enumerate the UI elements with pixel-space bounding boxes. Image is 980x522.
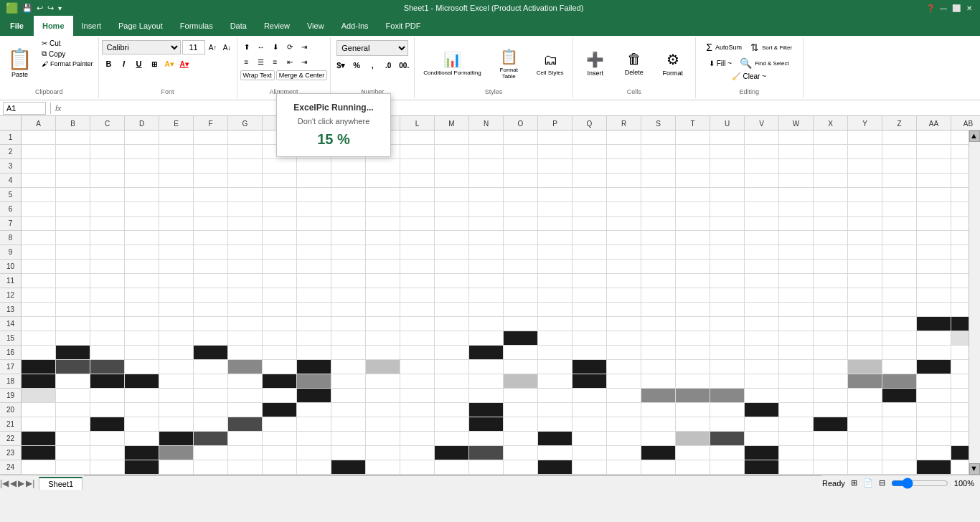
- table-row[interactable]: [641, 389, 676, 403]
- table-row[interactable]: [745, 303, 779, 317]
- table-row[interactable]: [538, 288, 573, 303]
- tab-foxitpdf[interactable]: Foxit PDF: [377, 16, 430, 36]
- table-row[interactable]: [435, 145, 469, 159]
- table-row[interactable]: [538, 159, 573, 174]
- table-row[interactable]: [435, 188, 469, 202]
- table-row[interactable]: [331, 245, 366, 260]
- table-row[interactable]: [951, 130, 969, 145]
- table-row[interactable]: [538, 174, 573, 188]
- table-row[interactable]: [400, 446, 435, 460]
- sheet-tab-sheet1[interactable]: Sheet1: [39, 477, 83, 490]
- table-row[interactable]: [676, 202, 710, 217]
- table-row[interactable]: [125, 231, 159, 245]
- table-row[interactable]: [194, 188, 228, 202]
- table-row[interactable]: [469, 432, 504, 446]
- table-row[interactable]: [125, 217, 159, 231]
- table-row[interactable]: [676, 231, 710, 245]
- table-row[interactable]: [435, 260, 469, 274]
- table-row[interactable]: [538, 432, 573, 446]
- col-header-Z[interactable]: Z: [882, 116, 917, 130]
- table-row[interactable]: [641, 331, 676, 346]
- table-row[interactable]: [538, 331, 573, 346]
- table-row[interactable]: [814, 317, 848, 331]
- table-row[interactable]: [504, 389, 538, 403]
- table-row[interactable]: [641, 346, 676, 360]
- table-row[interactable]: [745, 432, 779, 446]
- table-row[interactable]: [641, 460, 676, 475]
- table-row[interactable]: [917, 288, 951, 303]
- tab-insert[interactable]: Insert: [73, 16, 110, 36]
- table-row[interactable]: [607, 130, 641, 145]
- table-row[interactable]: [504, 288, 538, 303]
- table-row[interactable]: [951, 231, 969, 245]
- first-sheet-button[interactable]: |◀: [0, 478, 9, 488]
- table-row[interactable]: [366, 460, 400, 475]
- grid-scroll[interactable]: [22, 130, 969, 475]
- table-row[interactable]: [469, 174, 504, 188]
- table-row[interactable]: [435, 274, 469, 288]
- table-row[interactable]: [366, 389, 400, 403]
- col-header-Y[interactable]: Y: [848, 116, 882, 130]
- align-left-button[interactable]: ≡: [240, 55, 253, 68]
- number-format-select[interactable]: General: [336, 40, 408, 56]
- format-painter-button[interactable]: 🖌 Format Painter: [39, 60, 95, 68]
- table-row[interactable]: [22, 331, 56, 346]
- table-row[interactable]: [504, 446, 538, 460]
- table-row[interactable]: [504, 460, 538, 475]
- table-row[interactable]: [263, 460, 297, 475]
- table-row[interactable]: [400, 159, 435, 174]
- table-row[interactable]: [779, 446, 814, 460]
- table-row[interactable]: [504, 188, 538, 202]
- table-row[interactable]: [56, 432, 90, 446]
- table-row[interactable]: [400, 303, 435, 317]
- table-row[interactable]: [573, 217, 607, 231]
- table-row[interactable]: [228, 231, 263, 245]
- table-row[interactable]: [676, 389, 710, 403]
- tab-home[interactable]: Home: [34, 16, 73, 36]
- table-row[interactable]: [159, 446, 194, 460]
- table-row[interactable]: [573, 303, 607, 317]
- table-row[interactable]: [951, 417, 969, 432]
- col-header-U[interactable]: U: [710, 116, 745, 130]
- table-row[interactable]: [676, 288, 710, 303]
- table-row[interactable]: [951, 346, 969, 360]
- table-row[interactable]: [125, 288, 159, 303]
- tab-file[interactable]: File: [0, 16, 34, 36]
- table-row[interactable]: [710, 159, 745, 174]
- table-row[interactable]: [469, 317, 504, 331]
- table-row[interactable]: [917, 145, 951, 159]
- table-row[interactable]: [297, 217, 331, 231]
- table-row[interactable]: [917, 374, 951, 389]
- font-color-button[interactable]: A▾: [177, 57, 192, 71]
- col-header-W[interactable]: W: [779, 116, 814, 130]
- col-header-G[interactable]: G: [228, 116, 263, 130]
- table-row[interactable]: [400, 432, 435, 446]
- table-row[interactable]: [263, 446, 297, 460]
- table-row[interactable]: [538, 389, 573, 403]
- table-row[interactable]: [90, 346, 125, 360]
- increase-decimal-button[interactable]: 00.: [397, 58, 411, 72]
- table-row[interactable]: [22, 389, 56, 403]
- table-row[interactable]: [676, 303, 710, 317]
- row-num-1[interactable]: 1: [0, 130, 22, 145]
- page-layout-view-button[interactable]: 📄: [863, 478, 873, 488]
- table-row[interactable]: [504, 303, 538, 317]
- table-row[interactable]: [814, 331, 848, 346]
- row-num-2[interactable]: 2: [0, 145, 22, 159]
- decrease-decimal-button[interactable]: .0: [381, 58, 395, 72]
- table-row[interactable]: [125, 202, 159, 217]
- table-row[interactable]: [331, 202, 366, 217]
- table-row[interactable]: [538, 231, 573, 245]
- table-row[interactable]: [882, 389, 917, 403]
- table-row[interactable]: [400, 188, 435, 202]
- table-row[interactable]: [641, 217, 676, 231]
- table-row[interactable]: [366, 346, 400, 360]
- table-row[interactable]: [779, 403, 814, 417]
- table-row[interactable]: [814, 231, 848, 245]
- table-row[interactable]: [779, 417, 814, 432]
- table-row[interactable]: [504, 260, 538, 274]
- table-row[interactable]: [194, 317, 228, 331]
- table-row[interactable]: [263, 317, 297, 331]
- table-row[interactable]: [228, 331, 263, 346]
- table-row[interactable]: [22, 231, 56, 245]
